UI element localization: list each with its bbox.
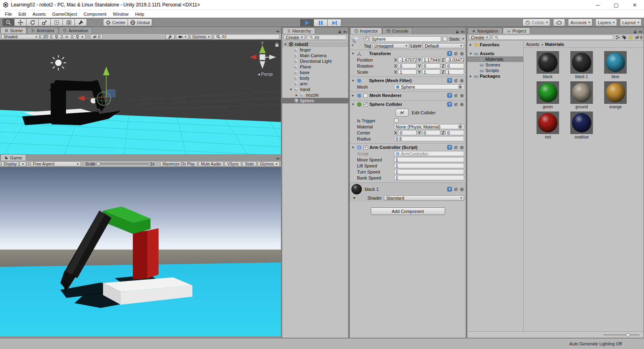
search-by-type-icon[interactable] xyxy=(615,35,620,40)
pause-button[interactable] xyxy=(314,19,328,27)
active-checkbox[interactable] xyxy=(364,37,368,41)
panel-menu-icon[interactable]: ▾≡ xyxy=(639,30,642,34)
component-tools-button[interactable] xyxy=(165,34,175,39)
display-dropdown[interactable]: Display 1▾ xyxy=(1,161,26,167)
scale-slider-knob[interactable] xyxy=(97,162,100,165)
hierarchy-item-finger[interactable]: finger xyxy=(282,47,348,53)
breadcrumb-root[interactable]: Assets xyxy=(526,42,539,47)
layers-dropdown[interactable]: Layers▾ xyxy=(595,19,617,26)
hidden-packages-toggle[interactable]: 9 xyxy=(635,35,642,40)
center-x-field[interactable]: 0 xyxy=(398,130,417,135)
center-y-field[interactable]: 0 xyxy=(422,130,441,135)
scale-y-field[interactable]: 1 xyxy=(422,69,441,74)
help-icon[interactable]: ? xyxy=(447,51,452,56)
static-dropdown[interactable]: ▾ xyxy=(462,37,464,41)
radius-field[interactable]: 0.5 xyxy=(394,136,464,141)
help-icon[interactable]: ? xyxy=(447,93,452,98)
aspect-dropdown[interactable]: Free Aspect▾ xyxy=(31,161,81,167)
game-viewport[interactable] xyxy=(0,167,281,337)
edit-collider-button[interactable] xyxy=(396,109,409,117)
move-speed-field[interactable]: 1 xyxy=(394,157,464,162)
lift-speed-field[interactable]: 1 xyxy=(394,163,464,168)
script-object-field[interactable]: ArmController xyxy=(394,151,464,156)
audio-toggle[interactable] xyxy=(62,34,72,39)
transform-tool-button[interactable] xyxy=(63,19,75,26)
gear-icon[interactable] xyxy=(460,93,464,98)
presets-icon[interactable] xyxy=(454,52,458,56)
shading-mode-dropdown[interactable]: Shaded▾ xyxy=(1,34,39,39)
presets-icon[interactable] xyxy=(454,78,458,83)
tab-game[interactable]: Game xyxy=(0,154,26,161)
is-trigger-checkbox[interactable] xyxy=(394,118,398,123)
panel-menu-icon[interactable]: ▾≡ xyxy=(343,30,347,34)
rotation-x-field[interactable]: 0 xyxy=(398,63,417,68)
physic-material-field[interactable]: None (Physic Material)◉ xyxy=(394,124,464,129)
menu-help[interactable]: Help xyxy=(132,12,147,17)
menu-file[interactable]: File xyxy=(2,12,15,17)
hierarchy-item-plane[interactable]: Plane xyxy=(282,64,348,70)
static-checkbox[interactable] xyxy=(443,37,447,41)
lock-icon[interactable] xyxy=(633,30,637,34)
object-picker-icon[interactable]: ◉ xyxy=(458,85,462,89)
hierarchy-item-base[interactable]: base xyxy=(282,70,348,75)
asset-material-black-1[interactable]: black 1 xyxy=(565,51,599,79)
scene-viewport[interactable]: y x ◂ Persp xyxy=(0,40,281,154)
tab-animator[interactable]: Animator xyxy=(27,27,58,33)
hierarchy-item-sphere[interactable]: Sphere xyxy=(282,98,348,103)
hierarchy-item-directional-light[interactable]: Directional Light xyxy=(282,58,348,64)
panel-menu-icon[interactable]: ▾≡ xyxy=(276,157,279,161)
step-button[interactable] xyxy=(328,19,341,27)
gear-icon[interactable] xyxy=(460,102,464,107)
gizmos-dropdown[interactable]: Gizmos▾ xyxy=(190,34,212,39)
asset-material-blue[interactable]: blue xyxy=(599,51,632,79)
asset-material-red[interactable]: red xyxy=(531,112,565,139)
shader-dropdown[interactable]: Standard▾ xyxy=(384,195,464,200)
hierarchy-item-main-camera[interactable]: Main Camera xyxy=(282,53,348,58)
menu-gameobject[interactable]: GameObject xyxy=(49,12,80,17)
rotate-tool-button[interactable] xyxy=(27,19,39,26)
hierarchy-item-arm[interactable]: arm xyxy=(282,81,348,87)
foldout-icon[interactable]: ► xyxy=(351,94,355,97)
tree-item-packages[interactable]: ►Packages xyxy=(467,73,523,79)
tree-item-materials[interactable]: Materials xyxy=(467,56,523,62)
account-dropdown[interactable]: Account▾ xyxy=(568,19,592,26)
collab-button[interactable]: Collab▾ xyxy=(522,19,550,26)
hierarchy-search-input[interactable]: All xyxy=(307,35,347,40)
hierarchy-item-body[interactable]: body xyxy=(282,75,348,81)
rotation-z-field[interactable]: 0 xyxy=(446,63,464,68)
asset-material-green[interactable]: green xyxy=(531,81,565,109)
maximize-button[interactable]: ▢ xyxy=(607,0,625,10)
tag-dropdown[interactable]: Untagged▾ xyxy=(372,43,409,48)
presets-icon[interactable] xyxy=(454,187,458,192)
lock-icon[interactable] xyxy=(455,30,459,34)
foldout-icon[interactable]: ▼ xyxy=(351,146,355,149)
project-create-button[interactable]: Create▾ xyxy=(469,35,490,40)
mesh-renderer-checkbox[interactable] xyxy=(363,93,368,98)
lock-icon[interactable] xyxy=(338,30,342,34)
gear-icon[interactable] xyxy=(460,145,464,150)
tab-inspector[interactable]: Inspector xyxy=(350,27,382,34)
asset-material-black[interactable]: black xyxy=(531,51,565,79)
menu-edit[interactable]: Edit xyxy=(15,12,29,17)
material-sphere-thumbnail[interactable] xyxy=(351,184,362,194)
tab-project[interactable]: Project xyxy=(503,27,530,34)
scale-x-field[interactable]: 1 xyxy=(398,69,417,74)
object-picker-icon[interactable]: ◉ xyxy=(458,124,462,129)
turn-speed-field[interactable]: 1 xyxy=(394,169,464,174)
layout-dropdown[interactable]: Layout▾ xyxy=(620,19,642,26)
mesh-object-field[interactable]: Sphere◉ xyxy=(394,84,464,89)
lighting-status[interactable]: Auto Generate Lighting Off xyxy=(569,341,622,346)
position-z-field[interactable]: -3.03472 xyxy=(446,57,464,62)
move-tool-button[interactable] xyxy=(14,19,27,26)
game-gizmos-dropdown[interactable]: Gizmos▾ xyxy=(258,161,280,167)
orientation-toggle-button[interactable]: Global xyxy=(128,19,152,26)
tab-hierarchy[interactable]: Hierarchy xyxy=(283,27,315,34)
position-x-field[interactable]: -1.67072 xyxy=(398,57,417,62)
2d-toggle[interactable]: 2D xyxy=(41,34,51,39)
help-icon[interactable]: ? xyxy=(447,187,452,192)
menu-component[interactable]: Component xyxy=(80,12,109,17)
rect-tool-button[interactable] xyxy=(51,19,63,26)
presets-icon[interactable] xyxy=(454,93,458,98)
asset-material-ground[interactable]: ground xyxy=(565,81,599,109)
asset-material-orange[interactable]: orange xyxy=(599,81,632,109)
